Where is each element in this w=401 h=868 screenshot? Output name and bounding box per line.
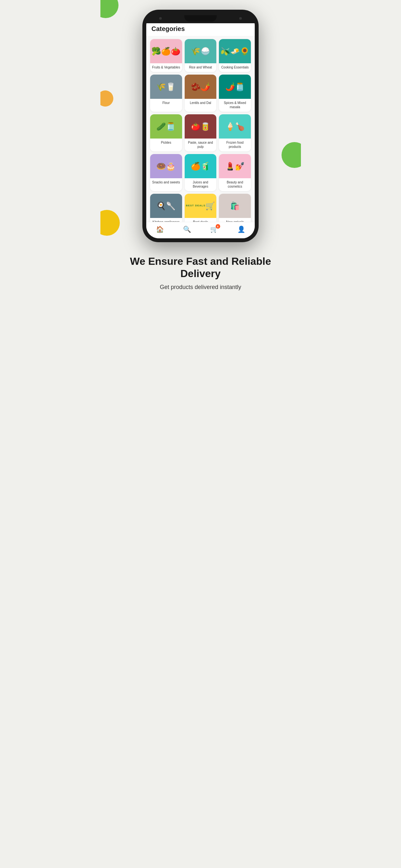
category-emoji-pickles: 🥒🫙 [156,122,176,131]
category-emoji-paste-sauce: 🍅🥫 [191,122,210,131]
phone-notch-area [146,13,255,23]
category-emoji-cooking-essentials: 🫒🧈🌻 [220,47,250,56]
nav-icon-search: 🔍 [183,226,191,233]
category-label-flour: Flour [150,99,182,107]
category-item-fruits-vegetables[interactable]: 🥦🍊🍅Fruits & Vegetables [150,39,182,72]
category-item-pickles[interactable]: 🥒🫙Pickles [150,114,182,151]
category-image-beauty-cosmetics: 💄💅 [219,154,251,178]
nav-badge-cart: 6 [216,224,220,228]
category-label-snacks-sweets: Snacks and sweets [150,178,182,187]
phone-screen: Categories 🥦🍊🍅Fruits & Vegetables🌾🍚Rice … [146,13,255,238]
nav-icon-wrap-home: 🏠 [156,225,164,233]
category-emoji-fruits-vegetables: 🥦🍊🍅 [151,47,181,56]
category-emoji-flour: 🌾🥛 [156,82,176,91]
category-item-spices-masala[interactable]: 🌶️🫙Spices & Mixed masala [219,74,251,112]
category-item-flour[interactable]: 🌾🥛Flour [150,74,182,112]
camera-right [239,17,242,20]
category-label-juices-beverages: Juices and Beverages [185,178,217,191]
category-emoji-best-deals: 🛒 [205,202,215,211]
nav-item-profile[interactable]: 👤 [237,225,245,233]
category-emoji-new-arrivals: 🛍️ [230,202,240,211]
category-label-frozen-food: Frozen food products [219,138,251,151]
category-emoji-spices-masala: 🌶️🫙 [225,82,245,91]
category-item-new-arrivals[interactable]: 🛍️New arrivals [219,194,251,222]
category-image-spices-masala: 🌶️🫙 [219,74,251,99]
category-item-frozen-food[interactable]: 🍦🍗Frozen food products [219,114,251,151]
phone-device: Categories 🥦🍊🍅Fruits & Vegetables🌾🍚Rice … [143,10,258,242]
nav-item-search[interactable]: 🔍 [183,225,191,233]
category-item-beauty-cosmetics[interactable]: 💄💅Beauty and cosmetics [219,154,251,191]
category-image-best-deals: BEST DEALS🛒 [185,194,217,218]
nav-item-cart[interactable]: 🛒6 [210,225,218,233]
category-image-cooking-essentials: 🫒🧈🌻 [219,39,251,63]
footer-headline: We Ensure Fast and Reliable Delivery [110,255,291,280]
category-item-paste-sauce[interactable]: 🍅🥫Paste, sauce and pulp [185,114,217,151]
category-image-frozen-food: 🍦🍗 [219,114,251,138]
nav-icon-profile: 👤 [237,226,245,233]
camera-left [159,17,162,20]
nav-icon-home: 🏠 [156,226,164,233]
category-item-snacks-sweets[interactable]: 🍩🎂Snacks and sweets [150,154,182,191]
category-emoji-beauty-cosmetics: 💄💅 [225,162,245,171]
category-image-fruits-vegetables: 🥦🍊🍅 [150,39,182,63]
category-image-paste-sauce: 🍅🥫 [185,114,217,138]
category-label-rice-wheat: Rice and Wheat [185,63,217,72]
category-item-rice-wheat[interactable]: 🌾🍚Rice and Wheat [185,39,217,72]
category-emoji-juices-beverages: 🍊🧃 [191,162,210,171]
category-label-cooking-essentials: Cooking Essentials [219,63,251,72]
footer-section: We Ensure Fast and Reliable Delivery Get… [100,242,301,307]
category-image-lentils-dal: 🫘🌶️ [185,74,217,99]
category-item-best-deals[interactable]: BEST DEALS🛒Best deals [185,194,217,222]
phone-wrapper: Categories 🥦🍊🍅Fruits & Vegetables🌾🍚Rice … [100,0,301,242]
category-label-spices-masala: Spices & Mixed masala [219,99,251,112]
category-label-paste-sauce: Paste, sauce and pulp [185,138,217,151]
nav-item-home[interactable]: 🏠 [156,225,164,233]
category-item-kitchen-appliances[interactable]: 🍳🥄Kitchen appliances [150,194,182,222]
category-label-kitchen-appliances: Kitchen appliances [150,218,182,222]
category-emoji-snacks-sweets: 🍩🎂 [156,162,176,171]
category-emoji-frozen-food: 🍦🍗 [225,122,245,131]
category-image-kitchen-appliances: 🍳🥄 [150,194,182,218]
category-label-fruits-vegetables: Fruits & Vegetables [150,63,182,72]
best-deals-badge: BEST DEALS [186,204,206,207]
nav-icon-wrap-cart: 🛒6 [210,225,218,233]
category-item-cooking-essentials[interactable]: 🫒🧈🌻Cooking Essentials [219,39,251,72]
page-title: Categories [151,25,250,33]
category-emoji-rice-wheat: 🌾🍚 [191,47,210,56]
category-item-juices-beverages[interactable]: 🍊🧃Juices and Beverages [185,154,217,191]
category-image-new-arrivals: 🛍️ [219,194,251,218]
bottom-nav: 🏠🔍🛒6👤 [146,222,255,238]
screen-content[interactable]: 🥦🍊🍅Fruits & Vegetables🌾🍚Rice and Wheat🫒🧈… [146,36,255,222]
nav-icon-wrap-search: 🔍 [183,225,191,233]
category-item-lentils-dal[interactable]: 🫘🌶️Lentils and Dal [185,74,217,112]
category-image-flour: 🌾🥛 [150,74,182,99]
category-image-rice-wheat: 🌾🍚 [185,39,217,63]
footer-subtext: Get products delivered instantly [110,284,291,290]
category-label-lentils-dal: Lentils and Dal [185,99,217,107]
category-label-pickles: Pickles [150,138,182,147]
category-image-pickles: 🥒🫙 [150,114,182,138]
category-image-snacks-sweets: 🍩🎂 [150,154,182,178]
category-label-new-arrivals: New arrivals [219,218,251,222]
category-label-best-deals: Best deals [185,218,217,222]
category-emoji-lentils-dal: 🫘🌶️ [191,82,210,91]
category-emoji-kitchen-appliances: 🍳🥄 [156,202,176,211]
category-grid: 🥦🍊🍅Fruits & Vegetables🌾🍚Rice and Wheat🫒🧈… [150,39,251,222]
nav-icon-wrap-profile: 👤 [237,225,245,233]
phone-notch [184,15,217,22]
category-label-beauty-cosmetics: Beauty and cosmetics [219,178,251,191]
category-image-juices-beverages: 🍊🧃 [185,154,217,178]
